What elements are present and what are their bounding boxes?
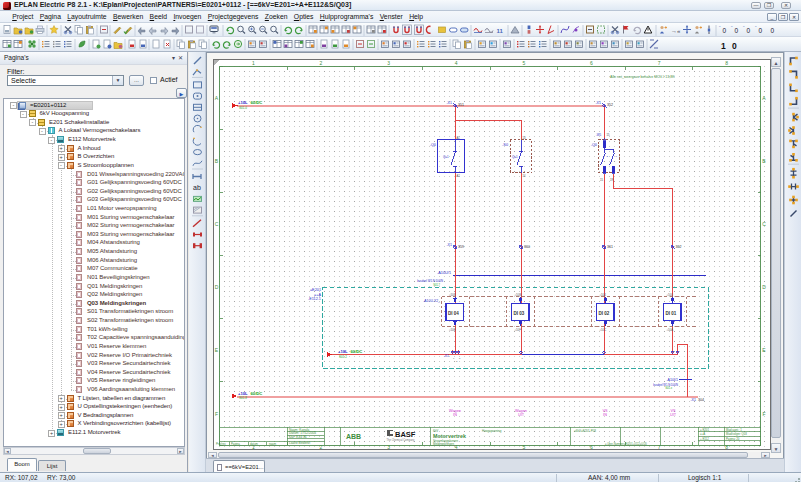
svg-text:0: 0 xyxy=(747,27,751,34)
svg-text:“: “ xyxy=(719,26,721,31)
svg-text:→«: →« xyxy=(671,28,681,34)
svg-text:0: 0 xyxy=(759,27,763,34)
svg-text:ab: ab xyxy=(193,184,201,191)
svg-text:0: 0 xyxy=(723,27,727,34)
svg-text:“: “ xyxy=(755,26,757,31)
svg-text:11: 11 xyxy=(497,28,504,34)
svg-text:“: “ xyxy=(743,26,745,31)
svg-text:1: 1 xyxy=(721,41,726,51)
svg-text:0: 0 xyxy=(732,41,737,51)
svg-text:“: “ xyxy=(731,26,733,31)
svg-text:0: 0 xyxy=(771,27,775,34)
svg-text:0: 0 xyxy=(735,27,739,34)
